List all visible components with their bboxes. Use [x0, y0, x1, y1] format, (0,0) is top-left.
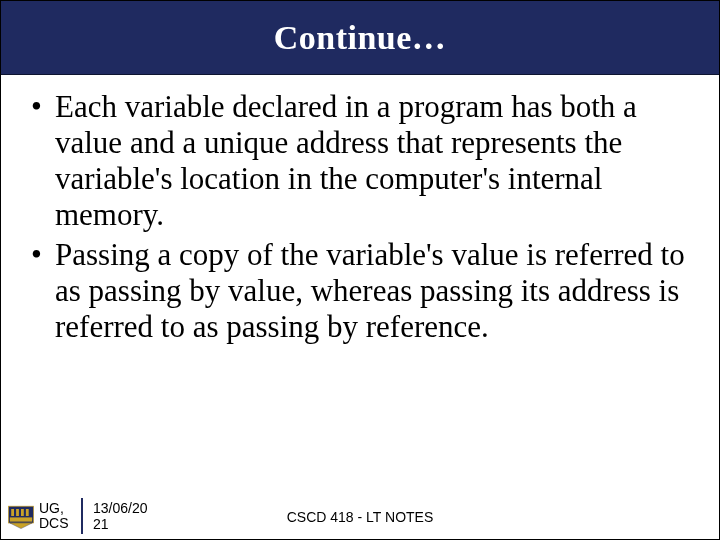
org-label: UG, DCS [39, 501, 75, 532]
svg-rect-2 [16, 509, 19, 516]
svg-rect-3 [21, 509, 24, 516]
org-line1: UG, [39, 500, 64, 516]
svg-rect-5 [10, 517, 32, 521]
bullet-item: Passing a copy of the variable's value i… [29, 237, 691, 345]
bullet-list: Each variable declared in a program has … [29, 89, 691, 345]
footer-divider [81, 498, 83, 534]
slide-title: Continue… [274, 19, 447, 57]
slide-body: Each variable declared in a program has … [1, 75, 719, 345]
title-bar: Continue… [1, 1, 719, 75]
svg-rect-1 [11, 509, 14, 516]
org-line2: DCS [39, 515, 69, 531]
date-label: 13/06/20 21 [93, 500, 163, 532]
course-label: CSCD 418 - LT NOTES [287, 509, 434, 525]
date-line2: 21 [93, 516, 109, 532]
slide: Continue… Each variable declared in a pr… [0, 0, 720, 540]
footer: UG, DCS 13/06/20 21 CSCD 418 - LT NOTES [1, 493, 719, 539]
bullet-item: Each variable declared in a program has … [29, 89, 691, 233]
date-line1: 13/06/20 [93, 500, 148, 516]
svg-rect-4 [26, 509, 29, 516]
university-logo-icon [7, 502, 35, 530]
